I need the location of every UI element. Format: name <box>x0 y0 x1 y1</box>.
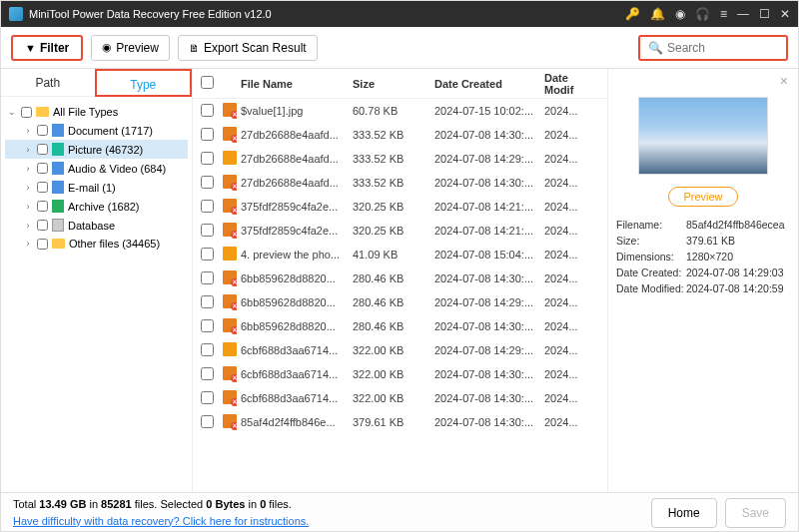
tree-checkbox[interactable] <box>37 201 48 212</box>
cell-filename: 85af4d2f4ffb846e... <box>237 416 349 428</box>
cell-size: 60.78 KB <box>349 105 430 117</box>
cell-modified: 2024... <box>540 105 592 117</box>
expand-icon[interactable]: › <box>23 183 33 193</box>
row-checkbox[interactable] <box>201 128 214 141</box>
tree-item[interactable]: ›Picture (46732) <box>5 140 188 159</box>
cell-modified: 2024... <box>540 225 592 237</box>
cell-modified: 2024... <box>540 416 592 428</box>
open-preview-button[interactable]: Preview <box>668 187 737 207</box>
table-row[interactable]: 27db26688e4aafd...333.52 KB2024-07-08 14… <box>193 171 607 195</box>
header-modified[interactable]: Date Modif <box>540 72 592 96</box>
tree-checkbox[interactable] <box>21 107 32 118</box>
tree-checkbox[interactable] <box>37 144 48 155</box>
filter-button[interactable]: ▼ Filter <box>11 35 83 61</box>
cell-filename: $value[1].jpg <box>237 105 349 117</box>
maximize-icon[interactable]: ☐ <box>759 7 770 21</box>
table-row[interactable]: 6bb859628d8820...280.46 KB2024-07-08 14:… <box>193 314 607 338</box>
tree-item[interactable]: ›Other files (34465) <box>5 235 188 253</box>
collapse-icon[interactable]: ⌄ <box>7 107 17 117</box>
expand-icon[interactable]: › <box>23 221 33 231</box>
cell-created: 2024-07-08 14:30:... <box>430 177 540 189</box>
row-checkbox[interactable] <box>201 152 214 165</box>
row-checkbox[interactable] <box>201 271 214 284</box>
headset-icon[interactable]: 🎧 <box>695 7 710 21</box>
table-row[interactable]: 6bb859628d8820...280.46 KB2024-07-08 14:… <box>193 266 607 290</box>
header-created[interactable]: Date Created <box>430 78 540 90</box>
table-row[interactable]: 375fdf2859c4fa2e...320.25 KB2024-07-08 1… <box>193 219 607 243</box>
expand-icon[interactable]: › <box>23 126 33 136</box>
export-button[interactable]: 🗎 Export Scan Result <box>178 35 318 61</box>
cell-size: 41.09 KB <box>349 249 430 261</box>
cell-size: 280.46 KB <box>349 320 430 332</box>
table-row[interactable]: 27db26688e4aafd...333.52 KB2024-07-08 14… <box>193 123 607 147</box>
cell-created: 2024-07-08 14:30:... <box>430 416 540 428</box>
tree-checkbox[interactable] <box>37 220 48 231</box>
tab-path[interactable]: Path <box>1 69 95 97</box>
meta-value: 379.61 KB <box>686 235 790 247</box>
expand-icon[interactable]: › <box>23 239 33 249</box>
table-row[interactable]: 6cbf688d3aa6714...322.00 KB2024-07-08 14… <box>193 362 607 386</box>
table-row[interactable]: 6bb859628d8820...280.46 KB2024-07-08 14:… <box>193 290 607 314</box>
tree-checkbox[interactable] <box>37 163 48 174</box>
row-checkbox[interactable] <box>201 295 214 308</box>
preview-metadata: Filename:85af4d2f4ffb846ecea Size:379.61… <box>616 217 790 296</box>
row-checkbox[interactable] <box>201 415 214 428</box>
table-row[interactable]: 85af4d2f4ffb846e...379.61 KB2024-07-08 1… <box>193 410 607 434</box>
tree-item[interactable]: ›E-mail (1) <box>5 178 188 197</box>
table-row[interactable]: 6cbf688d3aa6714...322.00 KB2024-07-08 14… <box>193 338 607 362</box>
meta-value: 85af4d2f4ffb846ecea <box>686 219 790 231</box>
row-checkbox[interactable] <box>201 224 214 237</box>
cell-size: 333.52 KB <box>349 177 430 189</box>
expand-icon[interactable]: › <box>23 145 33 155</box>
row-checkbox[interactable] <box>201 367 214 380</box>
file-icon <box>223 175 237 189</box>
preview-button[interactable]: ◉ Preview <box>91 35 170 61</box>
globe-icon[interactable]: ◉ <box>675 7 685 21</box>
tree-item[interactable]: ›Archive (1682) <box>5 197 188 216</box>
tree-checkbox[interactable] <box>37 125 48 136</box>
table-row[interactable]: $value[1].jpg60.78 KB2024-07-15 10:02:..… <box>193 99 607 123</box>
table-row[interactable]: 27db26688e4aafd...333.52 KB2024-07-08 14… <box>193 147 607 171</box>
help-link[interactable]: Have difficulty with data recovery? Clic… <box>13 515 309 527</box>
save-button[interactable]: Save <box>725 498 786 528</box>
close-preview-icon[interactable]: × <box>780 73 788 89</box>
row-checkbox[interactable] <box>201 176 214 189</box>
home-button[interactable]: Home <box>651 498 717 528</box>
tree-root[interactable]: ⌄ All File Types <box>5 103 188 121</box>
tree-checkbox[interactable] <box>37 239 48 250</box>
table-row[interactable]: 375fdf2859c4fa2e...320.25 KB2024-07-08 1… <box>193 195 607 219</box>
row-checkbox[interactable] <box>201 104 214 117</box>
tree-item[interactable]: ›Audio & Video (684) <box>5 159 188 178</box>
minimize-icon[interactable]: — <box>737 7 749 21</box>
row-checkbox[interactable] <box>201 319 214 332</box>
table-row[interactable]: 4. preview the pho...41.09 KB2024-07-08 … <box>193 243 607 266</box>
tree-item[interactable]: ›Document (1717) <box>5 121 188 140</box>
search-box[interactable]: 🔍 <box>638 35 788 61</box>
preview-label: Preview <box>116 41 159 55</box>
row-checkbox[interactable] <box>201 200 214 213</box>
close-icon[interactable]: ✕ <box>780 7 790 21</box>
menu-icon[interactable]: ≡ <box>720 7 727 21</box>
row-checkbox[interactable] <box>201 391 214 404</box>
key-icon[interactable]: 🔑 <box>625 7 640 21</box>
header-filename[interactable]: File Name <box>237 78 349 90</box>
header-size[interactable]: Size <box>349 78 430 90</box>
expand-icon[interactable]: › <box>23 164 33 174</box>
cell-modified: 2024... <box>540 296 592 308</box>
cell-modified: 2024... <box>540 392 592 404</box>
tree-item[interactable]: ›Database <box>5 216 188 235</box>
row-checkbox[interactable] <box>201 343 214 356</box>
cell-size: 333.52 KB <box>349 153 430 165</box>
file-icon <box>223 103 237 117</box>
select-all-checkbox[interactable] <box>201 76 214 89</box>
cell-size: 280.46 KB <box>349 296 430 308</box>
table-row[interactable]: 6cbf688d3aa6714...322.00 KB2024-07-08 14… <box>193 386 607 410</box>
tree-item-label: Archive (1682) <box>68 201 140 213</box>
expand-icon[interactable]: › <box>23 202 33 212</box>
cell-created: 2024-07-08 14:30:... <box>430 368 540 380</box>
tab-type[interactable]: Type <box>95 69 193 97</box>
bell-icon[interactable]: 🔔 <box>650 7 665 21</box>
tree-checkbox[interactable] <box>37 182 48 193</box>
row-checkbox[interactable] <box>201 248 214 261</box>
search-input[interactable] <box>667 41 778 55</box>
